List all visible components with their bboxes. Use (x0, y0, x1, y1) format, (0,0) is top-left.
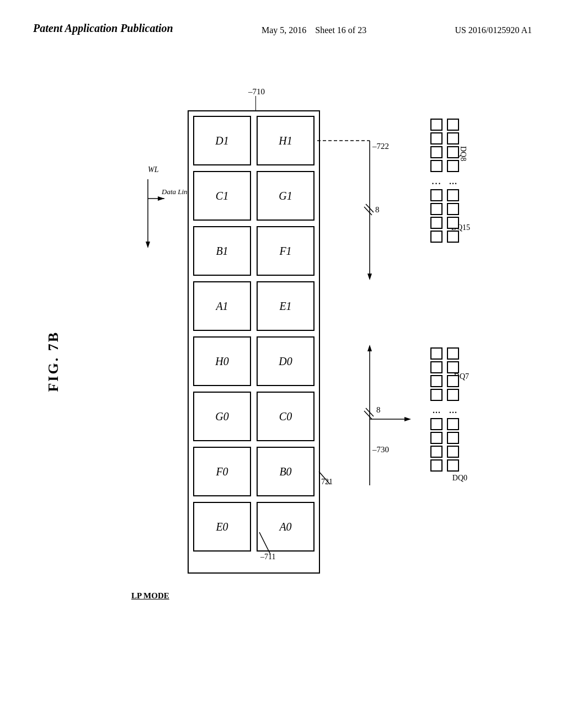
dq0-group: DQ7 ... DQ0 (430, 347, 443, 472)
header-right: US 2016/0125920 A1 (455, 25, 532, 35)
svg-marker-13 (367, 345, 372, 351)
cell-B0: B0 (257, 447, 315, 496)
svg-text:8: 8 (375, 205, 380, 214)
cell-C1: C1 (193, 171, 251, 221)
dq8-group-col2: ... (447, 119, 459, 243)
arrow-722: –722 8 (315, 132, 403, 287)
cell-E1: E1 (257, 281, 315, 331)
cell-C0: C0 (257, 392, 315, 441)
svg-text:8: 8 (376, 405, 381, 414)
label-721: 721 (321, 478, 333, 486)
dq0-group-col2: ... (447, 347, 459, 472)
dq8-squares (430, 119, 443, 172)
svg-line-19 (364, 411, 372, 419)
svg-line-18 (366, 408, 374, 416)
dq8-squares-col2-bottom (447, 189, 459, 243)
dq-dots-bot2: ... (447, 403, 459, 416)
dq0-squares (430, 418, 443, 472)
cell-B1: B1 (193, 226, 251, 276)
label-710-line (255, 96, 256, 110)
svg-marker-1 (146, 242, 150, 248)
cell-D0: D0 (257, 336, 315, 386)
dq8-group: DQ8 ... DQ15 (430, 119, 443, 243)
label-710: –710 (248, 87, 265, 97)
figure-label: FIG. 7B (45, 331, 62, 392)
svg-text:–730: –730 (372, 445, 389, 454)
svg-line-10 (366, 204, 374, 212)
cell-G0: G0 (193, 392, 251, 441)
page-header: Patent Application Publication May 5, 20… (0, 0, 565, 35)
dq7-squares-col2 (447, 347, 459, 401)
cell-E0: E0 (193, 502, 251, 552)
dq8-squares-col2 (447, 119, 459, 172)
cell-G1: G1 (257, 171, 315, 221)
dq-dots-bot: ... (430, 403, 443, 416)
dq0-label: DQ0 (452, 474, 467, 483)
svg-text:–722: –722 (372, 142, 389, 151)
lp-mode-label: LP MODE (131, 591, 169, 601)
dq-dots-top: ... (430, 174, 443, 187)
svg-marker-15 (404, 417, 411, 421)
dq8-label: DQ8 (459, 146, 467, 161)
dq-dots-top2: ... (447, 174, 459, 187)
cell-H1: H1 (257, 116, 315, 165)
svg-marker-3 (158, 196, 164, 201)
dq7-squares (430, 347, 443, 401)
cell-A0: A0 (257, 502, 315, 552)
cell-H0: H0 (193, 336, 251, 386)
svg-marker-7 (367, 274, 372, 280)
arrow-730: –730 8 (315, 342, 425, 496)
header-left: Patent Application Publication (33, 22, 173, 35)
label-711: –711 (260, 553, 275, 561)
svg-line-11 (364, 207, 372, 215)
dq8-squares-bottom (430, 189, 443, 243)
cell-F1: F1 (257, 226, 315, 276)
wl-label: WL (148, 165, 158, 174)
dq0-squares-col2 (447, 418, 459, 472)
cell-D1: D1 (193, 116, 251, 165)
data-line-label: Data Line (162, 188, 190, 196)
cell-A1: A1 (193, 281, 251, 331)
header-center: May 5, 2016 Sheet 16 of 23 (262, 25, 366, 35)
cell-F0: F0 (193, 447, 251, 496)
